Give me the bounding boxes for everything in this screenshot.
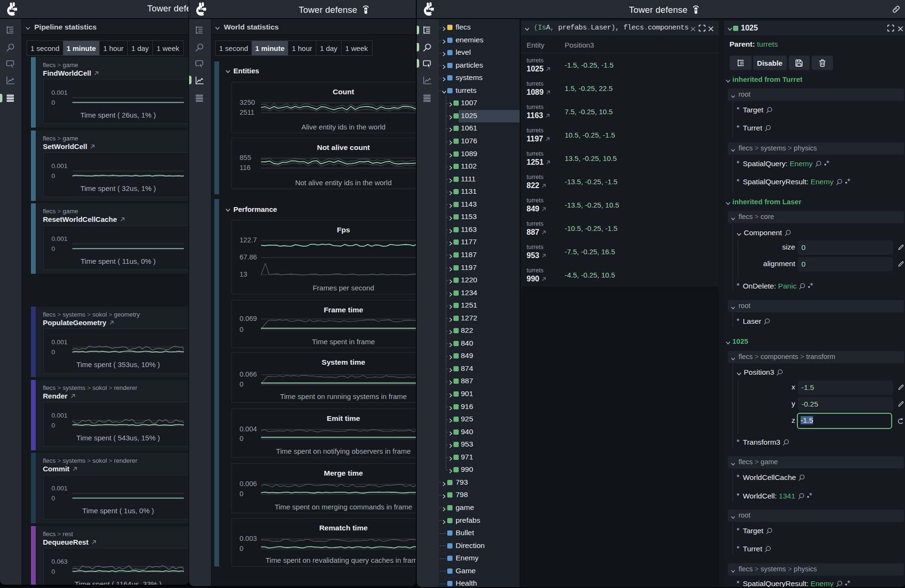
svg-text:*: * [809,492,812,499]
svg-text:*: * [847,178,850,185]
svg-text:*: * [810,282,813,289]
svg-text:*: * [826,160,829,167]
svg-text:*: * [847,580,850,587]
